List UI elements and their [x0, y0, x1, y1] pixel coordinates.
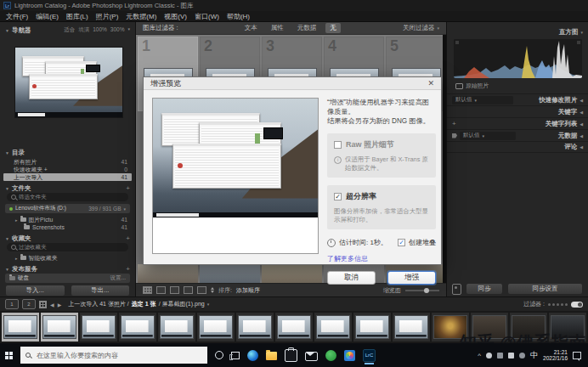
main-window-button[interactable]: 1	[5, 299, 19, 309]
filmstrip-thumbnail[interactable]	[236, 313, 274, 342]
tray-status-icon[interactable]	[508, 353, 514, 359]
menu-library[interactable]: 图库(L)	[66, 12, 88, 21]
filmstrip-thumbnail[interactable]	[41, 313, 78, 342]
filmstrip-thumbnail[interactable]	[80, 313, 117, 342]
tray-status-icon[interactable]	[497, 353, 503, 359]
dialog-title-bar[interactable]: 增强预览 ✕	[144, 77, 441, 90]
thumbnail-size-slider[interactable]	[405, 290, 439, 291]
filter-mode-text[interactable]: 文本	[240, 23, 262, 33]
grid-cell-partial[interactable]	[200, 264, 260, 283]
navigator-header[interactable]: ▼ 导航器 适合 填满 100% 300% ▾	[5, 25, 130, 35]
go-back-icon[interactable]: ◀	[50, 302, 54, 308]
auto-sync-toggle-icon[interactable]	[452, 284, 461, 295]
folders-filter-input[interactable]: 筛选文件夹	[7, 193, 128, 201]
volume-collapse-icon[interactable]: ▾	[123, 206, 126, 212]
filter-preset-dropdown[interactable]: 关闭过滤器 ▾	[403, 24, 439, 32]
collections-header[interactable]: ▼ 收藏夹 +	[5, 234, 130, 243]
cancel-button[interactable]: 取消	[327, 271, 376, 285]
notification-center-icon[interactable]	[573, 352, 581, 359]
catalog-header[interactable]: ▼ 目录	[5, 148, 130, 157]
enhance-button[interactable]: 增强	[387, 271, 436, 285]
folders-header[interactable]: ▼ 文件夹 +	[5, 184, 130, 193]
sort-direction-icon[interactable]	[211, 287, 214, 293]
zoom-dropdown-icon[interactable]: ▾	[127, 26, 130, 34]
menu-window[interactable]: 窗口(W)	[195, 12, 219, 21]
add-publish-service-button[interactable]: +	[126, 265, 130, 273]
folder-row-pictures[interactable]: ▸ 图片Pictu 41	[3, 216, 132, 223]
compare-view-icon[interactable]	[170, 286, 179, 294]
panel-expand-icon[interactable]: ◀	[580, 144, 583, 150]
zoom-fit-option[interactable]: 适合	[64, 26, 75, 34]
panel-expand-icon[interactable]: ◀	[580, 133, 583, 138]
filmstrip-thumbnail[interactable]	[119, 313, 156, 342]
people-view-icon[interactable]	[197, 286, 206, 294]
mail-icon[interactable]	[305, 352, 318, 361]
panel-expand-icon[interactable]: ◀	[580, 121, 583, 127]
filter-mode-none[interactable]: 无	[325, 23, 341, 33]
filter-mode-metadata[interactable]: 元数据	[293, 23, 321, 33]
learn-more-link[interactable]: 了解更多信息	[327, 254, 436, 263]
histogram-header[interactable]: 直方图 ▾	[452, 27, 583, 37]
collections-filter-input[interactable]: 过滤收藏夹	[7, 243, 128, 251]
cortana-icon[interactable]	[215, 351, 223, 359]
sort-value-dropdown[interactable]: 添加顺序	[236, 286, 260, 295]
filmstrip-thumbnail[interactable]	[2, 313, 39, 342]
create-stack-checkbox[interactable]: ✓	[398, 239, 405, 246]
grid-cell-partial[interactable]	[262, 264, 322, 283]
enhance-preview-image[interactable]	[152, 98, 319, 254]
filmstrip-thumbnail[interactable]	[275, 313, 313, 342]
metadata-section[interactable]: 默认值 ▾ 元数据 ◀	[447, 129, 588, 141]
publish-hard-drive-row[interactable]: 硬盘 设置...	[5, 274, 130, 283]
second-window-button[interactable]: 2	[22, 299, 36, 309]
filmstrip-thumbnail[interactable]	[393, 313, 430, 342]
comments-section[interactable]: 评论 ◀	[447, 141, 588, 153]
tray-status-icon[interactable]	[486, 353, 492, 359]
panel-expand-icon[interactable]: ◀	[580, 98, 583, 103]
quick-develop-section[interactable]: 默认值 ▾ 快速修改照片 ◀	[447, 93, 588, 105]
menu-edit[interactable]: 编辑(E)	[36, 12, 59, 21]
filter-toggle-switch[interactable]	[571, 302, 583, 308]
filmstrip-source-breadcrumb[interactable]: 上一次导入 41 张照片 / 选定 1 张 / 屏幕截图(1).png ▾	[68, 300, 209, 308]
volume-row[interactable]: Lenovo软件市场 (D:) 399 / 931 GB ▾	[5, 204, 130, 213]
keywording-section[interactable]: 关键字 ◀	[447, 105, 588, 117]
survey-view-icon[interactable]	[184, 286, 193, 294]
edge-icon[interactable]	[247, 350, 258, 361]
tray-expand-icon[interactable]: ^	[478, 352, 481, 359]
panel-expand-icon[interactable]: ◀	[580, 110, 583, 115]
menu-view[interactable]: 视图(V)	[164, 12, 187, 21]
grid-cell-partial[interactable]	[138, 264, 198, 283]
keyword-list-section[interactable]: + 关键字列表 ◀	[447, 117, 588, 129]
publish-settings-link[interactable]: 设置...	[110, 274, 126, 282]
menu-metadata[interactable]: 元数据(M)	[126, 12, 156, 21]
sync-button[interactable]: 同步	[466, 283, 503, 295]
zoom-fill-option[interactable]: 填满	[78, 26, 89, 34]
filmstrip-thumbnail[interactable]	[353, 313, 391, 342]
sync-settings-button[interactable]: 同步设置	[507, 283, 583, 295]
loupe-view-icon[interactable]	[156, 286, 166, 294]
task-view-icon[interactable]	[231, 352, 240, 359]
raw-details-checkbox[interactable]	[334, 141, 342, 149]
grid-view-icon[interactable]	[143, 286, 152, 294]
menu-help[interactable]: 帮助(H)	[227, 12, 250, 21]
export-button[interactable]: 导出...	[71, 285, 131, 296]
filmstrip-thumbnail[interactable]	[197, 313, 235, 342]
start-button[interactable]	[5, 352, 13, 359]
import-button[interactable]: 导入...	[5, 285, 65, 296]
smart-collections-row[interactable]: ▸ 智能收藏夹	[3, 254, 132, 262]
expand-triangle-icon[interactable]: ▸	[15, 256, 18, 261]
histogram[interactable]	[454, 39, 582, 78]
grid-view-shortcut-icon[interactable]	[39, 301, 47, 308]
add-keyword-button[interactable]: +	[452, 120, 456, 127]
zoom-100-option[interactable]: 100%	[93, 26, 107, 34]
menu-photo[interactable]: 照片(P)	[96, 12, 119, 21]
ime-indicator[interactable]: 中	[530, 350, 538, 361]
filmstrip-thumbnail[interactable]	[158, 313, 195, 342]
lightroom-taskbar-icon[interactable]: LrC	[363, 349, 376, 362]
menu-file[interactable]: 文件(F)	[6, 12, 28, 21]
close-icon[interactable]: ✕	[427, 79, 434, 88]
xbox-icon[interactable]	[325, 350, 336, 361]
taskbar-search-box[interactable]	[20, 347, 207, 364]
super-resolution-checkbox[interactable]: ✓	[334, 193, 342, 200]
go-forward-icon[interactable]: ▶	[58, 302, 62, 308]
folder-row-screenshots[interactable]: Screenshots 41	[3, 223, 132, 231]
